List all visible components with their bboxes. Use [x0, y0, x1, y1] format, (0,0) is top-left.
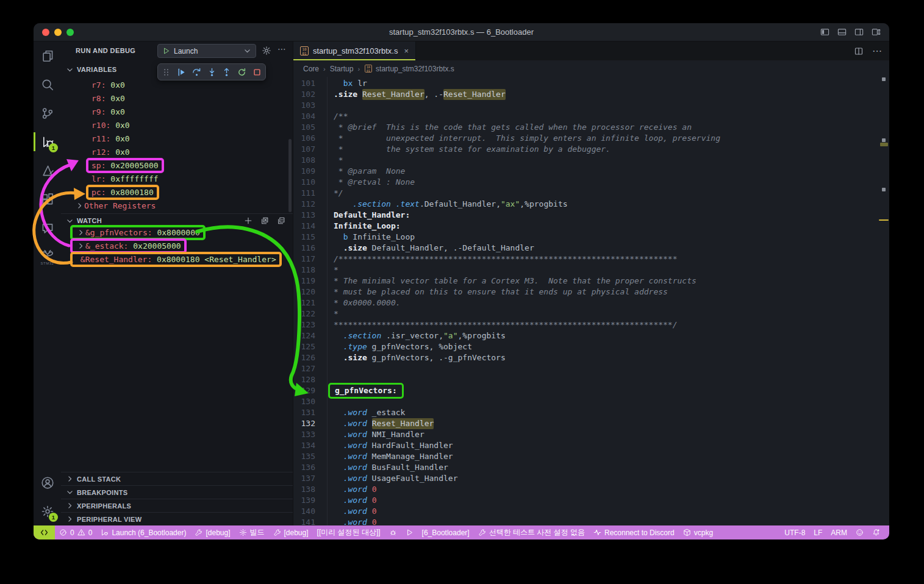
variable-row-pc[interactable]: pc: 0x8000180 [61, 185, 293, 199]
code-line-105[interactable]: 105 * @brief This is the code that gets … [293, 122, 889, 133]
code-line-116[interactable]: 116 .size Default_Handler, .-Default_Han… [293, 243, 889, 254]
code-line-108[interactable]: 108 * [293, 155, 889, 166]
line-number[interactable]: 138 [293, 484, 315, 495]
toggle-sidebar-left-icon[interactable] [820, 27, 829, 37]
line-number[interactable]: 105 [293, 122, 315, 133]
minimize-window-button[interactable] [54, 29, 62, 36]
line-number[interactable]: 140 [293, 506, 315, 517]
code-line-134[interactable]: 134 .word HardFault_Handler [293, 440, 889, 451]
code-line-110[interactable]: 110 * @retval : None [293, 177, 889, 188]
chevron-right-icon[interactable] [76, 242, 85, 250]
line-number[interactable]: 103 [293, 100, 315, 111]
line-number[interactable]: 136 [293, 462, 315, 473]
variable-row-sp[interactable]: sp: 0x20005000 [61, 158, 293, 172]
watch-row-3[interactable]: &Reset_Handler: 0x8000180 <Reset_Handler… [61, 252, 293, 266]
watch-row-1[interactable]: &g_pfnVectors: 0x8000000 [61, 226, 293, 239]
line-number[interactable]: 110 [293, 177, 315, 188]
breadcrumb-item-3[interactable]: 1001startup_stm32f103rbtx.s [364, 64, 454, 73]
activity-item-run-and-debug[interactable]: 1 [34, 127, 61, 156]
watch-row-2[interactable]: &_estack: 0x20005000 [61, 239, 293, 252]
activity-item-explorer[interactable] [34, 41, 61, 70]
code-line-127[interactable]: 127 [293, 363, 889, 374]
line-number[interactable]: 139 [293, 495, 315, 506]
line-number[interactable]: 131 [293, 407, 315, 418]
code-line-126[interactable]: 126 .size g_pfnVectors, .-g_pfnVectors [293, 352, 889, 363]
activity-item-manage[interactable]: 1 [34, 497, 61, 525]
code-line-129[interactable]: 129g_pfnVectors: [293, 385, 889, 396]
code-line-133[interactable]: 133 .word NMI_Handler [293, 429, 889, 440]
code-line-137[interactable]: 137 .word UsageFault_Handler [293, 473, 889, 484]
line-number[interactable]: 115 [293, 232, 315, 243]
continue-button[interactable] [175, 65, 188, 79]
sidebar-section-xperipherals[interactable]: XPERIPHERALS [61, 499, 293, 512]
line-number[interactable]: 119 [293, 276, 315, 287]
line-number[interactable]: 118 [293, 265, 315, 276]
code-line-120[interactable]: 120* must be placed on this to ensure th… [293, 287, 889, 297]
code-line-122[interactable]: 122* [293, 308, 889, 319]
debug-settings-gear-icon[interactable] [262, 46, 271, 55]
line-number[interactable]: 120 [293, 287, 315, 297]
code-line-135[interactable]: 135 .word MemManage_Handler [293, 451, 889, 462]
activity-item-extensions[interactable] [34, 185, 61, 213]
code-line-107[interactable]: 107 * the system state for examination b… [293, 144, 889, 155]
drag-handle-button[interactable] [160, 65, 173, 79]
close-window-button[interactable] [42, 29, 49, 36]
status-language-mode[interactable]: ARM [826, 525, 851, 539]
line-number[interactable]: 104 [293, 111, 315, 122]
code-line-117[interactable]: 117/************************************… [293, 254, 889, 265]
line-number[interactable]: 125 [293, 341, 315, 352]
status-eol[interactable]: LF [809, 525, 826, 539]
line-number[interactable]: 132 [293, 418, 315, 429]
activity-item-testing[interactable] [34, 156, 61, 185]
code-line-132[interactable]: 132 .word Reset_Handler [293, 418, 889, 429]
line-number[interactable]: 141 [293, 517, 315, 525]
status-preset-target[interactable]: [[미리 설정된 대상]] [313, 525, 385, 539]
activity-item-stm32[interactable]: STM32 [34, 242, 61, 271]
code-line-104[interactable]: 104/** [293, 111, 889, 122]
breadcrumb-item-1[interactable]: Core [303, 65, 319, 73]
customize-layout-icon[interactable] [872, 27, 881, 37]
line-number[interactable]: 108 [293, 155, 315, 166]
status-debug-config-2[interactable]: [debug] [269, 525, 313, 539]
toggle-sidebar-right-icon[interactable] [854, 27, 864, 37]
code-editor[interactable]: 101 bx lr102.size Reset_Handler, .-Reset… [293, 77, 889, 525]
step-out-button[interactable] [220, 65, 234, 79]
line-number[interactable]: 107 [293, 144, 315, 155]
code-line-136[interactable]: 136 .word BusFault_Handler [293, 462, 889, 473]
line-number[interactable]: 117 [293, 254, 315, 265]
variable-row-r11[interactable]: r11: 0x0 [61, 132, 293, 145]
status-feedback[interactable] [851, 525, 868, 539]
code-line-102[interactable]: 102.size Reset_Handler, .-Reset_Handler [293, 89, 889, 100]
line-number[interactable]: 128 [293, 374, 315, 385]
line-number[interactable]: 116 [293, 243, 315, 254]
code-line-111[interactable]: 111*/ [293, 188, 889, 199]
line-number[interactable]: 124 [293, 330, 315, 341]
line-number[interactable]: 126 [293, 352, 315, 363]
editor-more-actions-icon[interactable]: ⋯ [872, 45, 882, 57]
code-line-123[interactable]: 123*************************************… [293, 319, 889, 330]
code-line-113[interactable]: 113Default_Handler: [293, 210, 889, 221]
sidebar-scrollbar[interactable] [288, 139, 292, 212]
code-line-131[interactable]: 131 .word _estack [293, 407, 889, 418]
status-debug-config-1[interactable]: [debug] [190, 525, 234, 539]
toggle-panel-icon[interactable] [837, 27, 847, 37]
status-discord[interactable]: Reconnect to Discord [589, 525, 679, 539]
step-into-button[interactable] [205, 65, 218, 79]
status-vcpkg[interactable]: vcpkg [679, 525, 717, 539]
status-notifications[interactable] [868, 525, 884, 539]
code-line-106[interactable]: 106 * unexpected interrupt. This simply … [293, 133, 889, 144]
line-number[interactable]: 129 [293, 385, 315, 396]
activity-item-source-control[interactable] [34, 99, 61, 127]
line-number[interactable]: 111 [293, 188, 315, 199]
status-encoding[interactable]: UTF-8 [780, 525, 809, 539]
chevron-right-icon[interactable] [76, 229, 85, 237]
sidebar-section-breakpoints[interactable]: BREAKPOINTS [61, 485, 293, 499]
code-line-101[interactable]: 101 bx lr [293, 78, 889, 89]
zoom-window-button[interactable] [66, 29, 74, 36]
code-line-139[interactable]: 139 .word 0 [293, 495, 889, 506]
code-line-103[interactable]: 103 [293, 100, 889, 111]
status-cmake-debug[interactable] [385, 525, 401, 539]
status-test-preset[interactable]: 선택한 테스트 사전 설정 없음 [474, 525, 589, 539]
variable-row-r9[interactable]: r9: 0x0 [61, 105, 293, 118]
code-line-109[interactable]: 109 * @param None [293, 166, 889, 177]
